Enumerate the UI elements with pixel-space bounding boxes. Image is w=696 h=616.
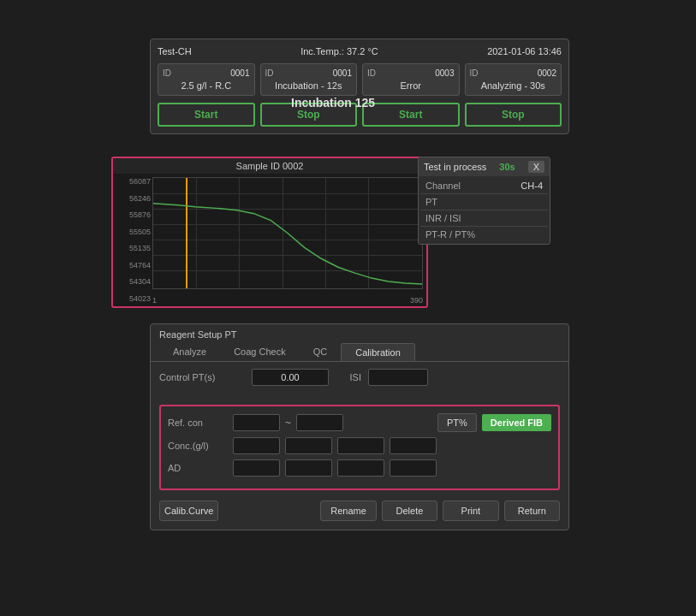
tab-analyze[interactable]: Analyze [159,343,220,361]
return-button[interactable]: Return [504,500,560,521]
chart-grid [152,177,423,289]
top-panel-header: Test-CH Inc.Temp.: 37.2 °C 2021-01-06 13… [158,46,562,56]
print-button[interactable]: Print [443,500,498,521]
test-process-panel: Test in process 30s X Channel CH-4 PT IN… [418,157,550,245]
test-row-pt: PT [420,194,548,210]
ch2-status: Incubation - 12s [265,80,353,91]
tilde-separator: ~ [285,417,291,429]
y-axis: 56087 56246 55876 55505 55135 54764 5430… [116,177,151,303]
test-channel-value: CH-4 [521,181,543,191]
conc-input-3[interactable] [337,437,384,454]
test-row-channel: Channel CH-4 [420,178,548,194]
ch4-status: Analyzing - 30s [470,80,557,91]
channel-card-1: ID 0001 2.5 g/l - R.C [158,63,255,96]
channel-card-3: ID 0003 Error [362,63,460,96]
reagent-panel-title: Reagent Setup PT [151,324,568,343]
reagent-body: Control PT(s) ISI [151,362,568,400]
calibration-section: Ref. con ~ PT% Derived FIB Conc.(g/l) AD [159,405,560,490]
ref-con-label: Ref. con [168,418,228,428]
ref-con-input-2[interactable] [296,414,343,431]
ch4-id-num: 0002 [538,68,556,78]
test-process-rows: Channel CH-4 PT INR / ISI PT-R / PT% [419,176,550,244]
chart-panel: Sample ID 0002 56087 56246 55876 55505 5… [111,157,428,308]
isi-label: ISI [336,372,361,382]
y-label-3: 55876 [116,210,151,219]
ch3-id-num: 0003 [435,68,454,78]
ch3-status: Error [367,80,455,91]
bottom-buttons: Calib.Curve Rename Delete Print Return [151,495,568,523]
ch1-id-label: ID [163,68,171,78]
ad-label: AD [168,463,228,473]
test-row-ptr: PT-R / PT% [420,227,548,242]
ad-input-2[interactable] [285,459,332,477]
test-inr-label: INR / ISI [425,213,461,223]
y-label-7: 54304 [116,277,151,286]
channel-card-4: ID 0002 Analyzing - 30s [465,63,562,96]
conc-label: Conc.(g/l) [168,441,228,451]
top-panel-title: Test-CH [158,46,192,56]
ch4-id-label: ID [470,68,479,78]
chart-area: 56087 56246 55876 55505 55135 54764 5430… [113,174,426,306]
ch4-stop-button[interactable]: Stop [465,103,562,127]
chart-x-labels: 1 390 [152,296,423,305]
ref-con-row: Ref. con ~ PT% Derived FIB [168,413,551,432]
y-label-6: 54764 [116,261,151,270]
conc-row: Conc.(g/l) [168,437,551,454]
y-label-2: 56246 [116,194,151,203]
test-close-button[interactable]: X [528,161,544,173]
tab-qc[interactable]: QC [300,343,342,361]
tab-calibration[interactable]: Calibration [341,343,415,361]
y-label-4: 55505 [116,228,151,236]
ad-row: AD [168,459,551,477]
control-pt-row: Control PT(s) ISI [159,369,560,386]
y-label-1: 56087 [116,177,151,186]
x-label-start: 1 [152,296,157,305]
inc-temp: Inc.Temp.: 37.2 °C [300,46,378,56]
ch3-id-label: ID [367,68,376,78]
tab-coag-check[interactable]: Coag Check [220,343,300,361]
ch2-id-num: 0001 [333,68,352,78]
conc-input-1[interactable] [233,437,280,454]
ref-con-input-1[interactable] [233,414,280,431]
ch2-id-label: ID [265,68,274,78]
test-ptr-label: PT-R / PT% [425,229,475,240]
datetime: 2021-01-06 13:46 [487,46,562,56]
conc-input-2[interactable] [285,437,332,454]
test-channel-label: Channel [425,181,461,191]
conc-input-4[interactable] [390,437,437,454]
ch3-start-button[interactable]: Start [362,103,460,127]
x-label-end: 390 [410,296,423,305]
ad-input-1[interactable] [233,459,280,477]
test-process-title: Test in process [424,162,486,172]
ad-input-4[interactable] [390,459,437,477]
test-process-header: Test in process 30s X [419,157,550,176]
test-row-inr: INR / ISI [420,210,548,227]
ch1-status: 2.5 g/l - R.C [163,80,250,91]
control-pt-input[interactable] [252,369,329,386]
test-pt-label: PT [425,197,437,207]
reagent-tabs: Analyze Coag Check QC Calibration [151,343,568,362]
derived-fib-button[interactable]: Derived FIB [482,414,551,431]
y-label-5: 55135 [116,244,151,252]
ad-input-3[interactable] [337,459,384,477]
ch1-start-button[interactable]: Start [158,103,255,127]
delete-button[interactable]: Delete [382,500,437,521]
rename-button[interactable]: Rename [320,500,376,521]
chart-curve [153,178,422,288]
top-panel: Test-CH Inc.Temp.: 37.2 °C 2021-01-06 13… [150,38,569,134]
ch1-id-num: 0001 [230,68,249,78]
channels-row: ID 0001 2.5 g/l - R.C ID 0001 Incubation… [158,63,562,96]
test-process-time: 30s [499,162,515,172]
reagent-panel: Reagent Setup PT Analyze Coag Check QC C… [150,323,569,530]
y-label-8: 54023 [116,294,151,303]
incubation-badge: Incubation 125 [291,96,375,110]
chart-header: Sample ID 0002 [113,158,426,174]
pt-percent-button[interactable]: PT% [437,413,477,432]
calib-curve-button[interactable]: Calib.Curve [159,500,218,521]
channel-card-2: ID 0001 Incubation - 12s [260,63,358,96]
control-pt-label: Control PT(s) [159,372,245,382]
isi-input[interactable] [368,369,428,386]
